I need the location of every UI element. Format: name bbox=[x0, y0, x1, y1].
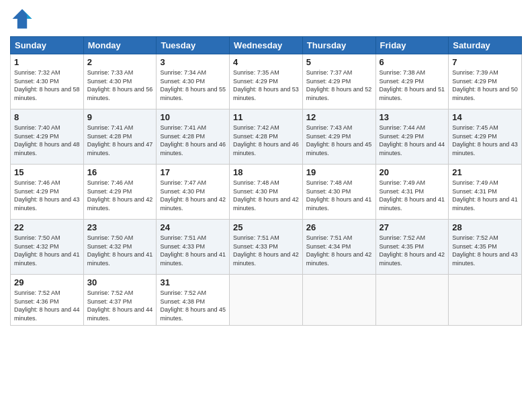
day-number: 18 bbox=[233, 167, 299, 177]
day-info: Sunrise: 7:34 AM Sunset: 4:30 PM Dayligh… bbox=[160, 68, 226, 102]
day-number: 12 bbox=[306, 112, 372, 122]
calendar-cell: 20 Sunrise: 7:49 AM Sunset: 4:31 PM Dayl… bbox=[375, 165, 449, 220]
day-info: Sunrise: 7:42 AM Sunset: 4:28 PM Dayligh… bbox=[233, 124, 299, 157]
day-number: 16 bbox=[87, 167, 153, 177]
calendar-cell: 17 Sunrise: 7:47 AM Sunset: 4:30 PM Dayl… bbox=[157, 165, 230, 220]
day-info: Sunrise: 7:46 AM Sunset: 4:29 PM Dayligh… bbox=[14, 179, 80, 212]
day-number: 30 bbox=[87, 277, 153, 287]
day-info: Sunrise: 7:50 AM Sunset: 4:32 PM Dayligh… bbox=[87, 234, 153, 267]
calendar-week-1: 1 Sunrise: 7:32 AM Sunset: 4:30 PM Dayli… bbox=[11, 54, 522, 109]
calendar-week-2: 8 Sunrise: 7:40 AM Sunset: 4:29 PM Dayli… bbox=[11, 109, 522, 165]
day-info: Sunrise: 7:50 AM Sunset: 4:32 PM Dayligh… bbox=[14, 234, 80, 267]
calendar-cell: 8 Sunrise: 7:40 AM Sunset: 4:29 PM Dayli… bbox=[11, 109, 84, 165]
calendar-table: SundayMondayTuesdayWednesdayThursdayFrid… bbox=[10, 36, 522, 326]
calendar-cell: 22 Sunrise: 7:50 AM Sunset: 4:32 PM Dayl… bbox=[11, 220, 84, 275]
calendar-cell: 3 Sunrise: 7:34 AM Sunset: 4:30 PM Dayli… bbox=[157, 54, 230, 109]
calendar-header-wednesday: Wednesday bbox=[230, 37, 303, 54]
calendar-cell: 18 Sunrise: 7:48 AM Sunset: 4:30 PM Dayl… bbox=[230, 165, 303, 220]
calendar-week-4: 22 Sunrise: 7:50 AM Sunset: 4:32 PM Dayl… bbox=[11, 220, 522, 275]
calendar-header-tuesday: Tuesday bbox=[157, 37, 230, 54]
calendar-cell: 25 Sunrise: 7:51 AM Sunset: 4:33 PM Dayl… bbox=[230, 220, 303, 275]
day-number: 26 bbox=[306, 222, 372, 232]
day-number: 17 bbox=[160, 167, 226, 177]
day-number: 29 bbox=[14, 277, 80, 287]
page: SundayMondayTuesdayWednesdayThursdayFrid… bbox=[0, 0, 532, 411]
day-number: 23 bbox=[87, 222, 153, 232]
calendar-cell: 12 Sunrise: 7:43 AM Sunset: 4:29 PM Dayl… bbox=[302, 109, 375, 165]
calendar-cell bbox=[449, 275, 522, 326]
day-number: 22 bbox=[14, 222, 80, 232]
day-info: Sunrise: 7:37 AM Sunset: 4:29 PM Dayligh… bbox=[306, 68, 372, 102]
calendar-week-3: 15 Sunrise: 7:46 AM Sunset: 4:29 PM Dayl… bbox=[11, 165, 522, 220]
day-number: 10 bbox=[160, 112, 226, 122]
calendar-header-thursday: Thursday bbox=[302, 37, 375, 54]
calendar-cell: 14 Sunrise: 7:45 AM Sunset: 4:29 PM Dayl… bbox=[449, 109, 522, 165]
day-info: Sunrise: 7:48 AM Sunset: 4:30 PM Dayligh… bbox=[306, 179, 372, 212]
calendar-header-saturday: Saturday bbox=[449, 37, 522, 54]
calendar-header-row: SundayMondayTuesdayWednesdayThursdayFrid… bbox=[11, 37, 522, 54]
day-number: 24 bbox=[160, 222, 226, 232]
calendar-cell: 7 Sunrise: 7:39 AM Sunset: 4:29 PM Dayli… bbox=[449, 54, 522, 109]
calendar-cell: 4 Sunrise: 7:35 AM Sunset: 4:29 PM Dayli… bbox=[230, 54, 303, 109]
calendar-cell: 27 Sunrise: 7:52 AM Sunset: 4:35 PM Dayl… bbox=[375, 220, 449, 275]
calendar-cell: 16 Sunrise: 7:46 AM Sunset: 4:29 PM Dayl… bbox=[83, 165, 157, 220]
day-info: Sunrise: 7:35 AM Sunset: 4:29 PM Dayligh… bbox=[233, 68, 299, 102]
day-info: Sunrise: 7:52 AM Sunset: 4:35 PM Dayligh… bbox=[452, 234, 518, 267]
day-info: Sunrise: 7:43 AM Sunset: 4:29 PM Dayligh… bbox=[306, 124, 372, 157]
day-number: 9 bbox=[87, 112, 153, 122]
day-number: 8 bbox=[14, 112, 80, 122]
calendar-cell: 24 Sunrise: 7:51 AM Sunset: 4:33 PM Dayl… bbox=[157, 220, 230, 275]
day-number: 31 bbox=[160, 277, 226, 287]
calendar-cell: 13 Sunrise: 7:44 AM Sunset: 4:29 PM Dayl… bbox=[375, 109, 449, 165]
day-info: Sunrise: 7:52 AM Sunset: 4:36 PM Dayligh… bbox=[14, 289, 80, 322]
day-info: Sunrise: 7:41 AM Sunset: 4:28 PM Dayligh… bbox=[160, 124, 226, 157]
day-info: Sunrise: 7:38 AM Sunset: 4:29 PM Dayligh… bbox=[380, 68, 445, 102]
day-info: Sunrise: 7:49 AM Sunset: 4:31 PM Dayligh… bbox=[380, 179, 445, 212]
calendar-cell: 1 Sunrise: 7:32 AM Sunset: 4:30 PM Dayli… bbox=[11, 54, 84, 109]
calendar-cell bbox=[302, 275, 375, 326]
logo-icon bbox=[10, 7, 34, 31]
day-info: Sunrise: 7:52 AM Sunset: 4:35 PM Dayligh… bbox=[380, 234, 445, 267]
day-info: Sunrise: 7:39 AM Sunset: 4:29 PM Dayligh… bbox=[452, 68, 518, 102]
calendar-cell: 10 Sunrise: 7:41 AM Sunset: 4:28 PM Dayl… bbox=[157, 109, 230, 165]
day-number: 5 bbox=[306, 57, 372, 67]
day-number: 15 bbox=[14, 167, 80, 177]
day-info: Sunrise: 7:32 AM Sunset: 4:30 PM Dayligh… bbox=[14, 68, 80, 102]
day-number: 7 bbox=[452, 57, 518, 67]
day-info: Sunrise: 7:52 AM Sunset: 4:37 PM Dayligh… bbox=[87, 289, 153, 322]
day-number: 25 bbox=[233, 222, 299, 232]
day-info: Sunrise: 7:45 AM Sunset: 4:29 PM Dayligh… bbox=[452, 124, 518, 157]
calendar-header-monday: Monday bbox=[83, 37, 157, 54]
day-number: 6 bbox=[380, 57, 445, 67]
calendar-cell bbox=[230, 275, 303, 326]
calendar-cell: 26 Sunrise: 7:51 AM Sunset: 4:34 PM Dayl… bbox=[302, 220, 375, 275]
day-number: 4 bbox=[233, 57, 299, 67]
calendar-cell: 5 Sunrise: 7:37 AM Sunset: 4:29 PM Dayli… bbox=[302, 54, 375, 109]
day-info: Sunrise: 7:51 AM Sunset: 4:33 PM Dayligh… bbox=[233, 234, 299, 267]
day-number: 13 bbox=[380, 112, 445, 122]
day-number: 21 bbox=[452, 167, 518, 177]
calendar-cell: 19 Sunrise: 7:48 AM Sunset: 4:30 PM Dayl… bbox=[302, 165, 375, 220]
calendar-cell: 2 Sunrise: 7:33 AM Sunset: 4:30 PM Dayli… bbox=[83, 54, 157, 109]
calendar-cell: 28 Sunrise: 7:52 AM Sunset: 4:35 PM Dayl… bbox=[449, 220, 522, 275]
day-info: Sunrise: 7:46 AM Sunset: 4:29 PM Dayligh… bbox=[87, 179, 153, 212]
day-info: Sunrise: 7:47 AM Sunset: 4:30 PM Dayligh… bbox=[160, 179, 226, 212]
calendar-cell: 30 Sunrise: 7:52 AM Sunset: 4:37 PM Dayl… bbox=[83, 275, 157, 326]
calendar-week-5: 29 Sunrise: 7:52 AM Sunset: 4:36 PM Dayl… bbox=[11, 275, 522, 326]
day-info: Sunrise: 7:51 AM Sunset: 4:33 PM Dayligh… bbox=[160, 234, 226, 267]
day-info: Sunrise: 7:40 AM Sunset: 4:29 PM Dayligh… bbox=[14, 124, 80, 157]
day-info: Sunrise: 7:49 AM Sunset: 4:31 PM Dayligh… bbox=[452, 179, 518, 212]
calendar-cell: 6 Sunrise: 7:38 AM Sunset: 4:29 PM Dayli… bbox=[375, 54, 449, 109]
calendar-cell bbox=[375, 275, 449, 326]
calendar-cell: 9 Sunrise: 7:41 AM Sunset: 4:28 PM Dayli… bbox=[83, 109, 157, 165]
day-info: Sunrise: 7:41 AM Sunset: 4:28 PM Dayligh… bbox=[87, 124, 153, 157]
day-number: 28 bbox=[452, 222, 518, 232]
day-number: 27 bbox=[380, 222, 445, 232]
day-number: 14 bbox=[452, 112, 518, 122]
day-number: 19 bbox=[306, 167, 372, 177]
day-number: 20 bbox=[380, 167, 445, 177]
calendar-cell: 31 Sunrise: 7:52 AM Sunset: 4:38 PM Dayl… bbox=[157, 275, 230, 326]
calendar-cell: 23 Sunrise: 7:50 AM Sunset: 4:32 PM Dayl… bbox=[83, 220, 157, 275]
day-info: Sunrise: 7:44 AM Sunset: 4:29 PM Dayligh… bbox=[380, 124, 445, 157]
day-info: Sunrise: 7:33 AM Sunset: 4:30 PM Dayligh… bbox=[87, 68, 153, 102]
